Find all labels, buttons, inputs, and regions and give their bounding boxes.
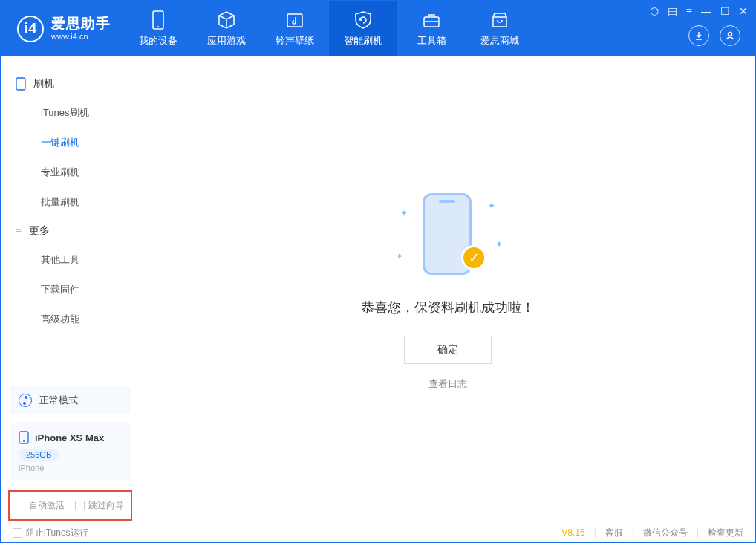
main-nav: 我的设备 应用游戏 铃声壁纸 智能刷机 工具箱 爱思商城 [124,1,534,56]
sidebar-advanced[interactable]: 高级功能 [1,305,140,334]
mode-box[interactable]: 正常模式 [10,386,131,414]
download-button[interactable] [688,25,709,46]
sidebar-pro-flash[interactable]: 专业刷机 [1,157,140,187]
minimize-button[interactable]: — [701,5,711,17]
wechat-link[interactable]: 微信公众号 [643,527,688,539]
sidebar-group-more: ≡ 更多 [1,217,140,245]
sidebar-other-tools[interactable]: 其他工具 [1,245,140,275]
toolbox-icon [422,10,441,30]
svg-point-1 [157,26,159,27]
nav-label: 智能刷机 [344,34,382,48]
device-name: iPhone XS Max [35,432,104,443]
music-folder-icon [285,10,304,30]
svg-point-5 [729,33,732,36]
nav-label: 爱思商城 [480,34,519,48]
nav-label: 应用游戏 [207,34,246,48]
logo-icon: i4 [17,16,44,42]
nav-my-device[interactable]: 我的设备 [124,1,192,56]
sidebar-oneclick-flash[interactable]: 一键刷机 [1,128,140,157]
svg-rect-6 [16,78,25,90]
svg-point-8 [23,440,25,442]
view-log-link[interactable]: 查看日志 [428,377,467,391]
main-content: ✦✦✦✦ ✓ 恭喜您，保资料刷机成功啦！ 确定 查看日志 [140,56,755,521]
mode-label: 正常模式 [39,394,78,407]
nav-label: 我的设备 [139,34,177,48]
refresh-shield-icon [353,10,373,30]
phone-icon [19,431,29,444]
nav-flash[interactable]: 智能刷机 [329,1,397,56]
device-box[interactable]: iPhone XS Max 256GB iPhone [10,423,131,480]
sidebar: 刷机 iTunes刷机 一键刷机 专业刷机 批量刷机 ≡ 更多 其他工具 下载固… [1,56,140,521]
device-type: iPhone [19,464,122,472]
store-icon [490,10,509,30]
block-itunes-checkbox[interactable]: 阻止iTunes运行 [13,527,88,539]
sidebar-download-firmware[interactable]: 下载固件 [1,275,140,305]
user-button[interactable] [720,25,740,46]
nav-store[interactable]: 爱思商城 [466,1,534,56]
app-title: 爱思助手 [51,16,111,32]
cube-icon [217,10,236,30]
version-label: V8.16 [561,527,584,538]
sidebar-batch-flash[interactable]: 批量刷机 [1,187,140,217]
close-button[interactable]: ✕ [739,5,748,17]
skip-guide-checkbox[interactable]: 跳过向导 [75,499,124,512]
logo-block: i4 爱思助手 www.i4.cn [1,1,124,56]
list-icon[interactable]: ▤ [668,5,677,17]
device-icon [149,10,168,30]
check-icon: ✓ [461,245,486,270]
window-controls: ⬡ ▤ ≡ — ☐ ✕ [650,5,748,17]
mode-icon [19,394,32,407]
maximize-button[interactable]: ☐ [720,5,730,17]
support-link[interactable]: 客服 [605,527,623,539]
check-update-link[interactable]: 检查更新 [708,527,743,539]
nav-apps[interactable]: 应用游戏 [192,1,261,56]
status-bar: 阻止iTunes运行 V8.16 | 客服 | 微信公众号 | 检查更新 [1,521,755,543]
menu-icon[interactable]: ≡ [686,5,692,17]
nav-ringtones[interactable]: 铃声壁纸 [261,1,329,56]
shirt-icon[interactable]: ⬡ [650,5,659,17]
sidebar-itunes-flash[interactable]: iTunes刷机 [1,98,140,128]
auto-activate-checkbox[interactable]: 自动激活 [16,499,65,512]
nav-label: 工具箱 [417,34,446,48]
sidebar-group-flash: 刷机 [1,70,140,98]
device-capacity: 256GB [19,449,59,461]
svg-rect-2 [287,14,302,27]
more-icon: ≡ [16,225,22,237]
app-header: i4 爱思助手 www.i4.cn 我的设备 应用游戏 铃声壁纸 智能刷机 工具… [1,1,755,56]
success-message: 恭喜您，保资料刷机成功啦！ [361,299,535,316]
nav-toolbox[interactable]: 工具箱 [397,1,466,56]
phone-icon [16,77,26,91]
checkbox-row: 自动激活 跳过向导 [8,490,132,521]
app-subtitle: www.i4.cn [51,32,111,41]
ok-button[interactable]: 确定 [404,336,492,364]
nav-label: 铃声壁纸 [276,34,314,48]
success-illustration: ✦✦✦✦ ✓ [396,187,500,284]
